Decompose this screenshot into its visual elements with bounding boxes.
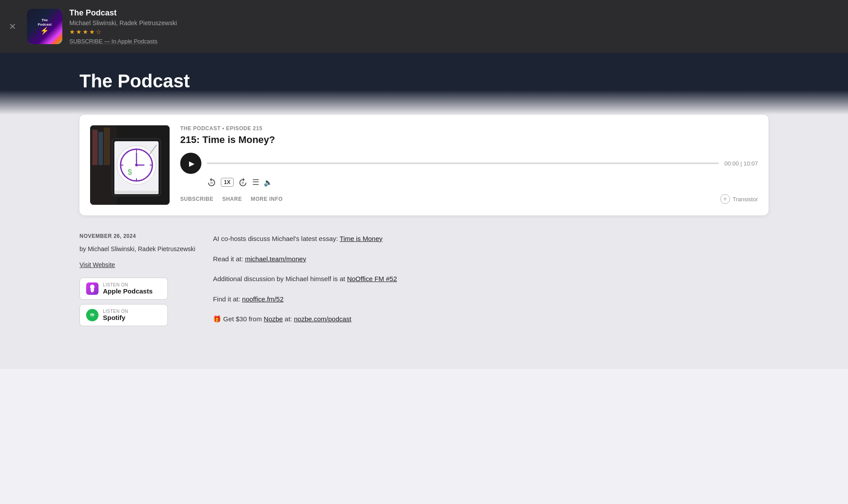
listen-badges: LISTEN ON Apple Podcasts LIS — [80, 278, 195, 326]
nooffice-fm-url-link[interactable]: nooffice.fm/52 — [242, 295, 284, 303]
playlist-icon: ☰ — [252, 177, 259, 187]
spotify-listen-on-label: LISTEN ON — [103, 309, 128, 314]
spotify-badge-text: LISTEN ON Spotify — [103, 309, 128, 321]
content-area: $ THE PODCAST • EPISODE 215 215: Time is… — [0, 115, 848, 369]
episode-thumb-svg: $ — [90, 125, 170, 205]
transistor-badge: + Transistor — [720, 194, 758, 204]
forward-button[interactable]: 30 — [238, 177, 248, 187]
svg-rect-4 — [104, 128, 110, 165]
desc-line5-pre: Get $30 from — [221, 315, 264, 323]
michael-team-money-link[interactable]: michael.team/money — [245, 255, 306, 263]
volume-button[interactable]: 🔈 — [264, 178, 273, 187]
desc-paragraph-2: Read it at: michael.team/money — [213, 253, 768, 265]
top-bar-info: The Podcast Michael Sliwinski, Radek Pie… — [69, 8, 177, 45]
share-link[interactable]: SHARE — [222, 196, 242, 202]
top-bar-authors: Michael Sliwinski, Radek Pietruszewski — [69, 19, 177, 26]
subscribe-link[interactable]: SUBSCRIBE — [180, 196, 213, 202]
svg-text:$: $ — [128, 168, 132, 177]
speed-button[interactable]: 1X — [221, 178, 234, 187]
episode-thumbnail: $ — [90, 125, 170, 205]
action-links: SUBSCRIBE SHARE MORE INFO — [180, 196, 283, 202]
transistor-plus-icon: + — [720, 194, 730, 204]
playlist-button[interactable]: ☰ — [252, 177, 259, 187]
desc-paragraph-5: 🎁 Get $30 from Nozbe at: nozbe.com/podca… — [213, 313, 768, 325]
episode-description: AI co-hosts discuss Michael's latest ess… — [213, 233, 768, 334]
top-bar: ✕ ThePodcast ⚡ The Podcast Michael Sliwi… — [0, 0, 848, 53]
gift-icon: 🎁 — [213, 315, 221, 323]
apple-podcasts-icon — [86, 282, 98, 295]
nozbe-podcast-link[interactable]: nozbe.com/podcast — [294, 315, 351, 323]
svg-point-16 — [135, 164, 138, 166]
play-icon: ▶ — [189, 159, 194, 168]
desc-line3-pre: Additional discussion by Michael himself… — [213, 275, 347, 282]
nozbe-link[interactable]: Nozbe — [264, 315, 283, 323]
hero-section: The Podcast — [0, 53, 848, 115]
episode-actions: SUBSCRIBE SHARE MORE INFO + Transistor — [180, 194, 758, 204]
podcast-bolt-icon: ⚡ — [40, 26, 49, 35]
svg-rect-18 — [114, 191, 159, 194]
desc-line5-mid: at: — [283, 315, 294, 323]
episode-title: 215: Time is Money? — [180, 134, 758, 146]
desc-line1-pre: AI co-hosts discuss Michael's latest ess… — [213, 235, 340, 242]
close-button[interactable]: ✕ — [9, 22, 16, 31]
episode-date: NOVEMBER 26, 2024 — [80, 233, 195, 239]
transistor-label: Transistor — [733, 196, 758, 203]
desc-paragraph-4: Find it at: nooffice.fm/52 — [213, 293, 768, 305]
podcast-thumbnail: ThePodcast ⚡ — [27, 9, 62, 44]
spotify-badge[interactable]: LISTEN ON Spotify — [80, 304, 168, 326]
episode-content: THE PODCAST • EPISODE 215 215: Time is M… — [180, 125, 758, 204]
desc-paragraph-3: Additional discussion by Michael himself… — [213, 273, 768, 285]
episode-card: $ THE PODCAST • EPISODE 215 215: Time is… — [80, 115, 768, 215]
volume-icon: 🔈 — [264, 178, 273, 187]
apple-podcasts-badge[interactable]: LISTEN ON Apple Podcasts — [80, 278, 168, 300]
apple-platform-label: Apple Podcasts — [103, 287, 153, 295]
episode-authors: by Michael Sliwinski, Radek Pietruszewsk… — [80, 244, 195, 254]
progress-bar[interactable] — [207, 162, 719, 164]
apple-badge-text: LISTEN ON Apple Podcasts — [103, 282, 153, 295]
spotify-platform-label: Spotify — [103, 314, 128, 321]
more-info-link[interactable]: MORE INFO — [251, 196, 283, 202]
top-bar-title: The Podcast — [69, 8, 177, 18]
top-bar-subscribe[interactable]: SUBSCRIBE — In Apple Podcasts — [69, 38, 177, 45]
desc-paragraph-1: AI co-hosts discuss Michael's latest ess… — [213, 233, 768, 244]
audio-player: ▶ 00:00 | 10:07 — [180, 153, 758, 187]
time-display: 00:00 | 10:07 — [724, 160, 758, 167]
page-title: The Podcast — [80, 71, 190, 105]
episode-meta: THE PODCAST • EPISODE 215 — [180, 125, 758, 132]
desc-line4-pre: Find it at: — [213, 295, 242, 303]
play-button[interactable]: ▶ — [180, 153, 201, 174]
svg-rect-2 — [92, 130, 98, 165]
podcast-thumb-text: ThePodcast — [38, 18, 51, 26]
time-is-money-link[interactable]: Time is Money — [340, 235, 382, 242]
episode-sidebar: NOVEMBER 26, 2024 by Michael Sliwinski, … — [80, 233, 195, 334]
rewind-button[interactable]: 10 — [207, 177, 216, 187]
visit-website-link[interactable]: Visit Website — [80, 261, 115, 268]
top-bar-stars: ★★★★☆ — [69, 28, 177, 35]
spotify-icon — [86, 309, 98, 321]
time-current: 00:00 — [724, 160, 739, 167]
svg-text:10: 10 — [210, 181, 213, 184]
apple-listen-on-label: LISTEN ON — [103, 282, 153, 287]
desc-line2-pre: Read it at: — [213, 255, 245, 263]
time-total: 10:07 — [743, 160, 758, 167]
svg-text:30: 30 — [242, 182, 244, 184]
nooffice-fm-link[interactable]: NoOffice FM #52 — [347, 275, 397, 282]
episode-detail: NOVEMBER 26, 2024 by Michael Sliwinski, … — [80, 233, 768, 351]
svg-rect-3 — [98, 132, 103, 165]
player-controls: 10 1X 30 ☰ 🔈 — [207, 177, 758, 187]
